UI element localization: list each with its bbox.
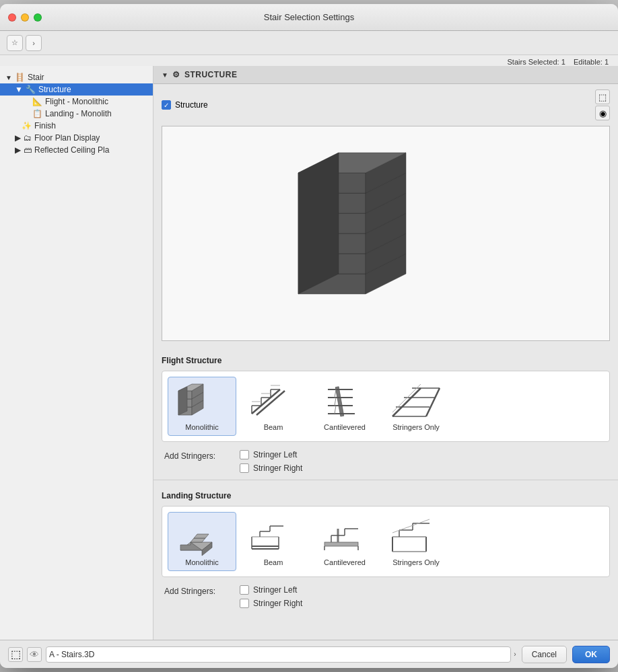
stringer-left-flight-label: Stringer Left (253, 450, 297, 459)
flight-icon: 📐 (32, 97, 42, 106)
maximize-button[interactable] (34, 13, 42, 22)
view-selector: › (46, 646, 516, 663)
floor-icon: 🗂 (24, 133, 32, 143)
beam-landing-label: Beam (264, 558, 283, 566)
sidebar-item-stair[interactable]: ▼ 🪜 Stair (0, 71, 153, 83)
monolithic-flight-label: Monolithic (185, 423, 219, 431)
star-icon: ☆ (11, 38, 18, 47)
cancel-button[interactable]: Cancel (522, 646, 567, 663)
landing-label: Landing - Monolith (45, 109, 112, 118)
svg-marker-18 (298, 153, 339, 294)
svg-marker-28 (178, 387, 187, 415)
add-stringers-landing-row: Add Stringers: Stringer Left Stringer Ri… (153, 580, 618, 611)
bottom-bar-left: ⬚ 👁 › (8, 646, 516, 663)
view-dropdown-arrow: › (514, 650, 516, 658)
beam-flight-icon (246, 381, 300, 422)
svg-line-49 (426, 388, 440, 416)
svg-rect-40 (335, 387, 344, 416)
stringer-right-landing-checkbox[interactable] (240, 599, 249, 608)
stair-3d-preview (271, 133, 500, 334)
stringers-only-flight-icon (389, 381, 443, 422)
sidebar-item-landing-monolith[interactable]: 📋 Landing - Monolith (0, 108, 153, 120)
monolithic-landing-icon (175, 517, 229, 557)
flight-option-stringers-only[interactable]: Stringers Only (382, 377, 450, 436)
add-stringers-flight-row: Add Stringers: Stringer Left Stringer Ri… (153, 445, 618, 476)
svg-marker-59 (194, 534, 209, 538)
beam-landing-icon (246, 517, 300, 557)
arrow-button[interactable]: › (26, 35, 42, 51)
cantilevered-flight-label: Cantilevered (324, 423, 366, 431)
section-divider (153, 480, 618, 480)
stringer-right-flight-label: Stringer Right (253, 463, 302, 473)
flight-structure-section: Flight Structure (153, 349, 618, 445)
close-button[interactable] (8, 13, 16, 22)
stair-icon: 🪜 (15, 73, 25, 82)
landing-option-beam[interactable]: Beam (239, 512, 308, 571)
finish-label: Finish (34, 121, 56, 130)
editable-label: Editable: (574, 58, 603, 66)
stringers-only-landing-icon (389, 517, 443, 557)
beam-flight-label: Beam (264, 423, 283, 431)
settings-icon-button[interactable]: ◉ (595, 106, 610, 120)
svg-line-45 (335, 406, 336, 414)
structure-check-label: Structure (175, 100, 208, 110)
expand-icon: ▼ (15, 85, 23, 94)
star-button[interactable]: ☆ (7, 35, 23, 51)
stairs-selected-value: 1 (561, 58, 565, 66)
ok-button[interactable]: OK (572, 646, 610, 663)
stringer-left-flight-checkbox[interactable] (240, 450, 249, 459)
sidebar: ▼ 🪜 Stair ▼ 🔧 Structure 📐 Flight - Monol… (0, 66, 153, 640)
view-icon-button[interactable]: ⬚ (595, 89, 610, 104)
sidebar-item-structure[interactable]: ▼ 🔧 Structure (0, 83, 153, 96)
flight-option-beam[interactable]: Beam (239, 377, 308, 436)
stringer-left-landing-checkbox[interactable] (240, 585, 249, 595)
flight-option-monolithic[interactable]: Monolithic (168, 377, 236, 436)
landing-structure-label: Landing Structure (162, 491, 610, 500)
sidebar-item-floor-plan[interactable]: ▶ 🗂 Floor Plan Display (0, 132, 153, 144)
landing-option-cantilevered[interactable]: Cantilevered (310, 512, 379, 571)
minimize-button[interactable] (21, 13, 29, 22)
svg-rect-69 (324, 542, 358, 546)
stringer-right-flight-checkbox[interactable] (240, 463, 249, 473)
sidebar-item-flight-monolithic[interactable]: 📐 Flight - Monolithic (0, 96, 153, 108)
arrow-icon: › (32, 39, 35, 47)
cantilevered-landing-icon (318, 517, 372, 557)
stringer-right-landing-row: Stringer Right (240, 599, 302, 608)
cantilevered-flight-icon (318, 381, 372, 422)
editable-value: 1 (605, 58, 609, 66)
monolithic-landing-label: Monolithic (185, 558, 219, 566)
right-panel: ▼ ⚙ STRUCTURE ✓ Structure ⬚ ◉ (153, 66, 618, 640)
floor-expand-icon: ▶ (15, 133, 21, 143)
titlebar: Stair Selection Settings (0, 4, 618, 31)
sidebar-item-reflected-ceiling[interactable]: ▶ 🗃 Reflected Ceiling Pla (0, 144, 153, 156)
stringer-checks-flight: Stringer Left Stringer Right (240, 450, 302, 473)
svg-line-46 (335, 398, 336, 406)
ceiling-icon: 🗃 (24, 145, 32, 155)
stringer-right-flight-row: Stringer Right (240, 463, 302, 473)
flight-option-cantilevered[interactable]: Cantilevered (310, 377, 379, 436)
status-bar: Stairs Selected: 1 Editable: 1 (0, 55, 618, 66)
cantilevered-landing-label: Cantilevered (324, 558, 366, 566)
stair-label: Stair (28, 73, 44, 82)
bottom-bar: ⬚ 👁 › Cancel OK (0, 640, 618, 668)
section-triangle-icon: ▼ (162, 71, 168, 79)
toolbar: ☆ › (0, 31, 618, 55)
svg-line-48 (392, 388, 421, 416)
sidebar-item-finish[interactable]: ✨ Finish (0, 120, 153, 132)
monolithic-flight-icon (175, 381, 229, 422)
eye-icon-button[interactable]: 👁 (27, 647, 42, 662)
svg-line-54 (392, 384, 421, 412)
section-header: ▼ ⚙ STRUCTURE (153, 66, 618, 84)
structure-checkbox[interactable]: ✓ (162, 100, 171, 110)
landing-option-monolithic[interactable]: Monolithic (168, 512, 236, 571)
structure-icon: 🔧 (26, 85, 36, 94)
main-content: ▼ 🪜 Stair ▼ 🔧 Structure 📐 Flight - Monol… (0, 66, 618, 640)
floor-plan-icon-button[interactable]: ⬚ (8, 647, 23, 662)
section-title: STRUCTURE (184, 70, 238, 79)
svg-line-85 (392, 519, 430, 533)
landing-option-stringers-only[interactable]: Stringers Only (382, 512, 450, 571)
section-icon-gear: ⚙ (172, 70, 180, 79)
window-controls (8, 13, 42, 22)
view-input[interactable] (46, 646, 511, 663)
flight-label: Flight - Monolithic (45, 97, 108, 106)
